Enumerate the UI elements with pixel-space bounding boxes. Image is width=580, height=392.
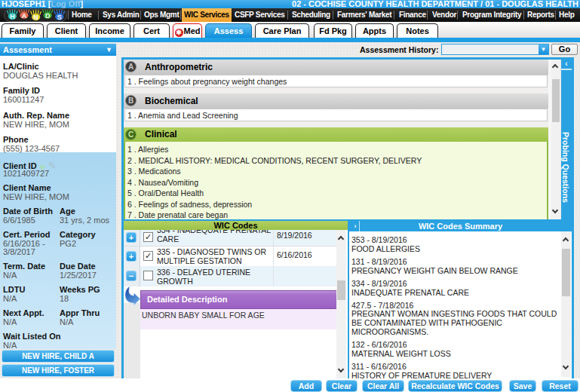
svg-text:A: A (22, 12, 27, 20)
svg-text:S: S (57, 14, 62, 21)
svg-text:H: H (10, 13, 15, 20)
svg-text:N: N (33, 14, 38, 21)
svg-text:D: D (45, 12, 51, 20)
